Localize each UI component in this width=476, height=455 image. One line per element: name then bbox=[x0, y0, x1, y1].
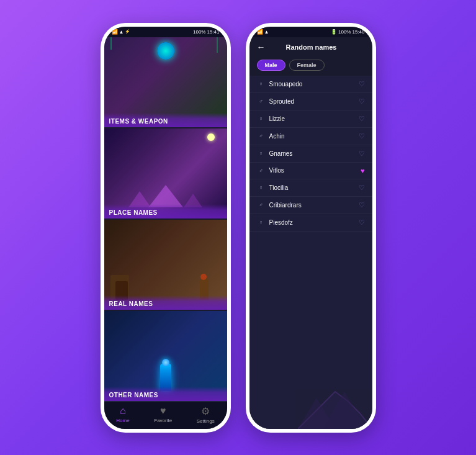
name-text-0: Smouapedo bbox=[269, 81, 355, 88]
name-row-8[interactable]: ♀ Piesdofz ♡ bbox=[249, 214, 372, 232]
heart-button-6[interactable]: ♡ bbox=[359, 184, 365, 192]
battery-icon: 🔋 bbox=[331, 29, 337, 35]
vine-deco2 bbox=[217, 37, 218, 53]
name-row-1[interactable]: ♂ Sprouted ♡ bbox=[249, 93, 372, 110]
category-place-names[interactable]: PLACE NAMES bbox=[104, 128, 227, 218]
gender-symbol-5: ♂ bbox=[257, 168, 266, 174]
clock: 15:41 bbox=[207, 29, 219, 35]
name-text-4: Gnames bbox=[269, 150, 355, 157]
name-text-2: Lizzie bbox=[269, 115, 355, 122]
moon-deco bbox=[207, 133, 215, 141]
wifi-icon: ▲ bbox=[264, 29, 269, 35]
name-row-5[interactable]: ♂ Vitlos ♥ bbox=[249, 163, 372, 179]
name-text-1: Sprouted bbox=[269, 98, 355, 105]
svg-marker-1 bbox=[298, 398, 335, 429]
heart-button-3[interactable]: ♡ bbox=[359, 132, 365, 140]
nav-favorite[interactable]: ♥ Favorite bbox=[154, 405, 172, 424]
category-label: REAL NAMES bbox=[104, 295, 227, 310]
nav-favorite-label: Favorite bbox=[154, 418, 172, 423]
heart-button-5[interactable]: ♥ bbox=[361, 167, 365, 174]
heart-button-2[interactable]: ♡ bbox=[359, 115, 365, 123]
category-label: ITEMS & WEAPON bbox=[104, 113, 227, 127]
heart-button-7[interactable]: ♡ bbox=[359, 201, 365, 209]
heart-button-1[interactable]: ♡ bbox=[359, 97, 365, 106]
gender-symbol-6: ♀ bbox=[257, 184, 266, 191]
favorite-icon: ♥ bbox=[160, 405, 166, 417]
nav-home[interactable]: ⌂ Home bbox=[116, 405, 129, 424]
orb-decoration bbox=[157, 42, 174, 60]
category-items-weapon[interactable]: ITEMS & WEAPON bbox=[104, 37, 227, 127]
statue-head bbox=[162, 359, 169, 366]
nav-home-label: Home bbox=[116, 418, 129, 423]
svg-marker-2 bbox=[323, 392, 366, 429]
filter-male[interactable]: Male bbox=[257, 60, 285, 71]
name-text-7: Cribiardrars bbox=[269, 202, 355, 209]
settings-icon: ⚙ bbox=[201, 405, 210, 417]
right-phone-screen: 📶 ▲ 🔋 100% 15:40 ← Random names Male Fem… bbox=[249, 27, 372, 429]
left-phone-screen: 📶 ▲ ⚡ 100% 15:41 ITEMS & WEAPON bbox=[104, 27, 227, 429]
right-status-left: 📶 ▲ bbox=[257, 29, 269, 35]
gender-symbol-3: ♂ bbox=[257, 133, 266, 139]
status-right-info: 100% 15:41 bbox=[193, 29, 220, 35]
back-button[interactable]: ← bbox=[257, 42, 266, 52]
filter-row: Male Female bbox=[249, 57, 372, 76]
nav-settings[interactable]: ⚙ Settings bbox=[197, 405, 215, 424]
signal-icon: 📶 bbox=[257, 29, 263, 35]
heart-button-0[interactable]: ♡ bbox=[359, 80, 365, 88]
gender-symbol-0: ♀ bbox=[257, 81, 266, 87]
page-title: Random names bbox=[271, 43, 365, 51]
name-text-3: Achin bbox=[269, 133, 355, 140]
svg-marker-0 bbox=[298, 392, 372, 429]
page-header: ← Random names bbox=[249, 37, 372, 57]
nav-settings-label: Settings bbox=[197, 418, 215, 424]
battery-level: 100% bbox=[338, 29, 351, 35]
status-left-icons: 📶 ▲ ⚡ bbox=[112, 29, 131, 35]
home-icon: ⌂ bbox=[120, 405, 126, 417]
name-row-0[interactable]: ♀ Smouapedo ♡ bbox=[249, 76, 372, 93]
category-other-names[interactable]: OTHER NAMES bbox=[104, 311, 227, 401]
categories-list: ITEMS & WEAPON PLACE NAMES R bbox=[104, 37, 227, 401]
name-row-4[interactable]: ♀ Gnames ♡ bbox=[249, 145, 372, 163]
char-head bbox=[200, 274, 207, 280]
name-row-7[interactable]: ♂ Cribiardrars ♡ bbox=[249, 197, 372, 214]
name-row-2[interactable]: ♀ Lizzie ♡ bbox=[249, 110, 372, 128]
battery-level: 100% bbox=[193, 29, 205, 35]
gender-symbol-2: ♀ bbox=[257, 115, 266, 122]
signal-icon: 📶 bbox=[112, 29, 118, 35]
name-row-3[interactable]: ♂ Achin ♡ bbox=[249, 128, 372, 145]
name-text-6: Tiocilia bbox=[269, 184, 355, 191]
name-text-5: Vitlos bbox=[269, 167, 357, 174]
right-status-right: 🔋 100% 15:40 bbox=[331, 29, 365, 35]
gender-symbol-4: ♀ bbox=[257, 150, 266, 156]
names-list: ♀ Smouapedo ♡ ♂ Sprouted ♡ ♀ Lizzie ♡ ♂ … bbox=[249, 76, 372, 429]
gender-symbol-1: ♂ bbox=[257, 98, 266, 104]
right-phone: 📶 ▲ 🔋 100% 15:40 ← Random names Male Fem… bbox=[246, 23, 376, 433]
clock: 15:40 bbox=[352, 29, 364, 35]
heart-button-4[interactable]: ♡ bbox=[359, 150, 365, 158]
left-status-bar: 📶 ▲ ⚡ 100% 15:41 bbox=[104, 27, 227, 37]
heart-button-8[interactable]: ♡ bbox=[359, 218, 365, 227]
category-real-names[interactable]: REAL NAMES bbox=[104, 220, 227, 310]
filter-female[interactable]: Female bbox=[289, 60, 325, 71]
chart-overlay bbox=[298, 379, 372, 429]
category-label: OTHER NAMES bbox=[104, 387, 227, 401]
wifi-icon: ▲ bbox=[119, 29, 124, 35]
gender-symbol-8: ♀ bbox=[257, 219, 266, 225]
name-row-6[interactable]: ♀ Tiocilia ♡ bbox=[249, 179, 372, 197]
name-text-8: Piesdofz bbox=[269, 219, 355, 226]
right-status-bar: 📶 ▲ 🔋 100% 15:40 bbox=[249, 27, 372, 37]
category-label: PLACE NAMES bbox=[104, 204, 227, 218]
gender-symbol-7: ♂ bbox=[257, 202, 266, 208]
bottom-navigation: ⌂ Home ♥ Favorite ⚙ Settings bbox=[104, 401, 227, 429]
bluetooth-icon: ⚡ bbox=[125, 29, 130, 34]
vine-deco bbox=[110, 37, 112, 50]
left-phone: 📶 ▲ ⚡ 100% 15:41 ITEMS & WEAPON bbox=[101, 23, 231, 433]
